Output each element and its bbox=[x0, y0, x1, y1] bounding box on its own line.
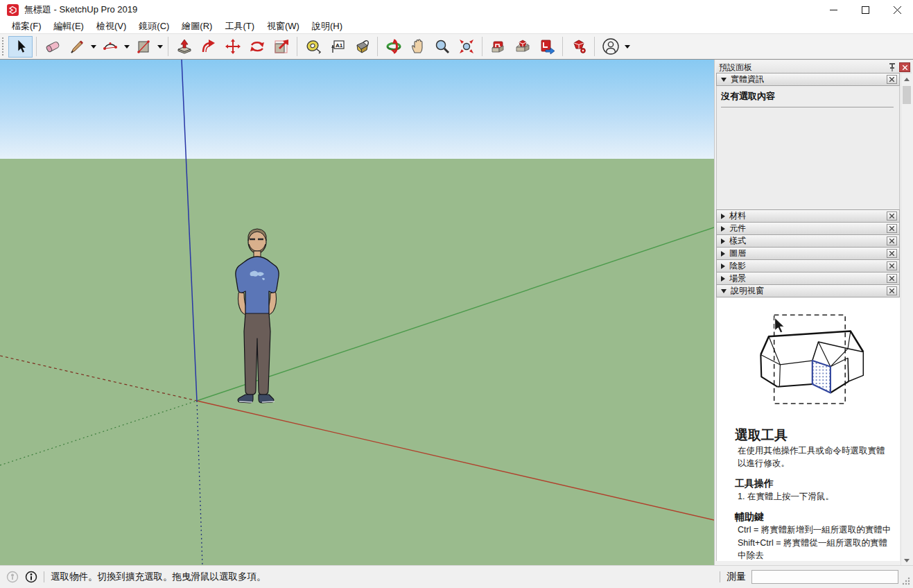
arrow-down-icon bbox=[904, 559, 910, 562]
tape-measure-tool-button[interactable] bbox=[301, 36, 325, 58]
section-close-button[interactable] bbox=[887, 286, 897, 295]
section-instructor-header[interactable]: 說明視窗 bbox=[716, 284, 900, 297]
orbit-tool-button[interactable] bbox=[381, 36, 406, 58]
section-close-button[interactable] bbox=[887, 261, 897, 270]
menu-tools[interactable]: 工具(T) bbox=[218, 19, 261, 33]
menu-draw[interactable]: 繪圖(R) bbox=[175, 19, 218, 33]
sky bbox=[0, 60, 714, 159]
close-icon bbox=[889, 288, 894, 293]
close-window-button[interactable] bbox=[881, 0, 913, 19]
section-materials-header[interactable]: 材料 bbox=[716, 209, 900, 223]
section-scenes-header[interactable]: 場景 bbox=[716, 272, 900, 285]
scale-tool-button[interactable] bbox=[269, 36, 293, 58]
toolbar-separator bbox=[482, 37, 482, 56]
close-icon bbox=[889, 77, 894, 82]
follow-me-icon bbox=[200, 38, 217, 55]
pan-tool-button[interactable] bbox=[406, 36, 430, 58]
zoom-tool-button[interactable] bbox=[430, 36, 454, 58]
section-entity-info-header[interactable]: 實體資訊 bbox=[716, 73, 900, 86]
move-tool-button[interactable] bbox=[220, 36, 245, 58]
sketchup-logo-icon bbox=[7, 4, 19, 16]
text-tool-button[interactable]: A1 bbox=[325, 36, 349, 58]
scrollbar-thumb[interactable] bbox=[903, 86, 911, 104]
account-button[interactable] bbox=[598, 36, 623, 58]
section-close-button[interactable] bbox=[887, 224, 897, 233]
push-pull-icon bbox=[176, 38, 193, 55]
close-icon bbox=[889, 214, 894, 218]
account-person-icon bbox=[602, 37, 620, 55]
paint-bucket-tool-button[interactable] bbox=[349, 36, 374, 58]
section-close-button[interactable] bbox=[887, 75, 897, 84]
eraser-tool-button[interactable] bbox=[40, 36, 64, 58]
status-divider bbox=[44, 571, 44, 582]
select-tool-button[interactable] bbox=[8, 36, 33, 58]
follow-me-tool-button[interactable] bbox=[196, 36, 220, 58]
collapse-arrow-icon bbox=[721, 78, 727, 82]
viewport-canvas[interactable] bbox=[0, 60, 714, 566]
expand-arrow-icon bbox=[721, 226, 725, 232]
menu-camera[interactable]: 鏡頭(C) bbox=[132, 19, 175, 33]
expand-arrow-icon bbox=[721, 276, 725, 282]
help-description: 在使用其他操作工具或命令時選取實體以進行修改。 bbox=[735, 444, 893, 469]
geolocation-status-icon[interactable] bbox=[6, 571, 19, 583]
move-icon bbox=[225, 38, 241, 55]
tray-title: 預設面板 bbox=[719, 62, 888, 74]
credits-status-icon[interactable] bbox=[25, 571, 37, 583]
share-model-button[interactable] bbox=[510, 36, 534, 58]
resize-grip[interactable] bbox=[901, 572, 911, 586]
rectangle-tool-dropdown[interactable] bbox=[155, 36, 164, 58]
close-icon bbox=[889, 263, 894, 268]
no-selection-message: 沒有選取內容 bbox=[721, 90, 894, 107]
arc-icon bbox=[102, 38, 119, 55]
send-to-layout-button[interactable] bbox=[534, 36, 559, 58]
zoom-extents-button[interactable] bbox=[454, 36, 478, 58]
pan-hand-icon bbox=[410, 38, 426, 55]
help-modifier-ctrl: Ctrl = 將實體新增到一組所選取的實體中 bbox=[735, 524, 893, 536]
section-label: 圖層 bbox=[729, 248, 887, 259]
section-close-button[interactable] bbox=[887, 211, 897, 220]
status-divider bbox=[720, 571, 720, 582]
menu-edit[interactable]: 編輯(E) bbox=[48, 19, 90, 33]
help-operations-heading: 工具操作 bbox=[735, 478, 893, 490]
rectangle-icon bbox=[135, 38, 152, 55]
push-pull-tool-button[interactable] bbox=[172, 36, 196, 58]
arc-tool-button[interactable] bbox=[98, 36, 122, 58]
section-close-button[interactable] bbox=[887, 236, 897, 245]
menu-file[interactable]: 檔案(F) bbox=[6, 19, 48, 33]
section-layers-header[interactable]: 圖層 bbox=[716, 247, 900, 260]
scroll-up-button[interactable] bbox=[901, 74, 912, 85]
minimize-button[interactable] bbox=[817, 0, 849, 19]
tray-title-bar: 預設面板 bbox=[716, 61, 912, 74]
menu-window[interactable]: 視窗(W) bbox=[261, 19, 306, 33]
section-styles-header[interactable]: 樣式 bbox=[716, 234, 900, 248]
section-close-button[interactable] bbox=[887, 274, 897, 283]
line-tool-dropdown[interactable] bbox=[89, 36, 98, 58]
section-label: 陰影 bbox=[729, 260, 887, 272]
status-hint-text: 選取物件。切換到擴充選取。拖曳滑鼠以選取多項。 bbox=[51, 571, 266, 583]
section-components-header[interactable]: 元件 bbox=[716, 222, 900, 235]
menu-bar: 檔案(F) 編輯(E) 檢視(V) 鏡頭(C) 繪圖(R) 工具(T) 視窗(W… bbox=[0, 19, 913, 33]
measurements-input[interactable] bbox=[751, 570, 898, 584]
rectangle-tool-button[interactable] bbox=[131, 36, 155, 58]
panel-scrollbar[interactable] bbox=[901, 74, 912, 566]
toolbar-drag-handle[interactable] bbox=[2, 37, 6, 55]
arc-tool-dropdown[interactable] bbox=[122, 36, 131, 58]
close-icon bbox=[889, 276, 894, 281]
minimize-icon bbox=[830, 6, 837, 14]
extension-warehouse-button[interactable] bbox=[566, 36, 591, 58]
pin-icon[interactable] bbox=[888, 62, 896, 72]
account-dropdown[interactable] bbox=[623, 36, 632, 58]
scroll-down-button[interactable] bbox=[901, 555, 912, 566]
menu-help[interactable]: 說明(H) bbox=[306, 19, 349, 33]
get-models-button[interactable] bbox=[486, 36, 510, 58]
section-label: 樣式 bbox=[729, 235, 887, 247]
tray-close-button[interactable] bbox=[899, 62, 910, 72]
collapse-arrow-icon bbox=[721, 289, 727, 293]
section-close-button[interactable] bbox=[887, 249, 897, 258]
menu-view[interactable]: 檢視(V) bbox=[90, 19, 132, 33]
rotate-tool-button[interactable] bbox=[245, 36, 269, 58]
maximize-button[interactable] bbox=[849, 0, 881, 19]
window-title: 無標題 - SketchUp Pro 2019 bbox=[24, 3, 137, 16]
line-tool-button[interactable] bbox=[64, 36, 89, 58]
section-shadows-header[interactable]: 陰影 bbox=[716, 259, 900, 273]
